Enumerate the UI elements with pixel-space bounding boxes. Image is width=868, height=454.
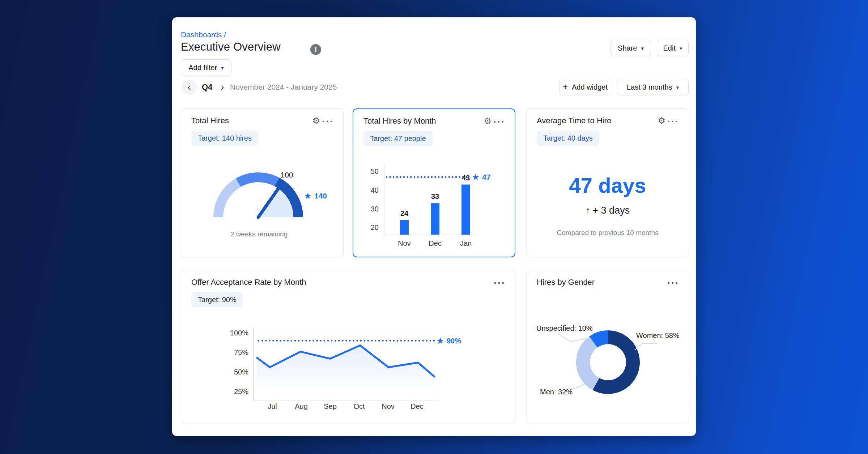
svg-text:★: ★ [304,191,312,201]
svg-text:47: 47 [482,173,490,181]
svg-text:Dec: Dec [429,239,442,247]
more-options-icon[interactable] [493,117,505,127]
target-chip: Target: 140 hires [191,130,258,146]
svg-text:30: 30 [371,205,379,213]
svg-text:24: 24 [400,209,409,217]
stat-footnote: Compared to previous 10 months [527,229,689,237]
target-chip: Target: 90% [191,292,243,307]
chevron-down-icon [641,46,644,51]
svg-text:100%: 100% [230,329,248,337]
target-chip: Target: 40 days [537,130,599,146]
svg-text:33: 33 [431,192,439,200]
stat-value: 47 days [527,173,689,197]
donut-area: Unspecified: 10% Women: 58% Men: 32% [527,318,689,420]
chevron-down-icon [680,46,682,51]
plus-icon [563,82,568,91]
gear-icon[interactable] [312,116,320,125]
svg-text:Nov: Nov [382,402,395,410]
more-options-icon[interactable] [667,117,679,127]
chevron-left-icon [187,81,191,93]
stat-delta-text: + 3 days [592,205,630,216]
previous-quarter-button[interactable] [182,80,197,95]
time-filter-button[interactable]: Last 3 months [617,79,689,95]
svg-text:Aug: Aug [295,402,308,410]
edit-label: Edit [663,44,676,52]
breadcrumb[interactable]: Dashboards / [181,30,226,39]
dashboard-panel: Dashboards / Executive Overview Share Ed… [172,17,696,436]
svg-text:Sep: Sep [324,402,337,410]
more-options-icon[interactable] [494,278,506,288]
gear-icon[interactable] [484,117,492,125]
more-options-icon[interactable] [667,278,679,288]
chevron-down-icon [676,85,679,90]
donut-label-men: Men: 32% [540,388,573,396]
info-icon[interactable] [310,44,321,55]
time-filter-label: Last 3 months [627,83,672,91]
widget-title: Total Hires by Month [363,116,436,126]
add-widget-button[interactable]: Add widget [559,79,611,95]
svg-text:★: ★ [436,336,444,346]
svg-text:Jan: Jan [460,239,472,247]
widget-total-hires[interactable]: Total Hires Target: 140 hires 100★140 2 … [181,108,344,257]
svg-text:Nov: Nov [398,239,411,247]
info-glyph [315,46,316,53]
quarter-label: Q4 [202,82,212,92]
svg-text:Dec: Dec [410,402,424,410]
gauge-footnote: 2 weeks remaining [181,230,337,238]
svg-text:20: 20 [371,223,379,231]
gear-icon[interactable] [658,116,665,125]
widget-title: Average Time to Hire [537,116,611,125]
more-options-icon[interactable] [322,117,334,127]
svg-text:40: 40 [371,186,379,194]
stat-delta: ↑+ 3 days [527,205,689,216]
share-button[interactable]: Share [610,40,651,56]
add-filter-label: Add filter [188,64,217,72]
bar-chart: 20304050★4724Nov33Dec43Jan [353,160,516,250]
add-widget-label: Add widget [572,83,608,91]
svg-text:★: ★ [472,172,480,182]
add-filter-button[interactable]: Add filter [181,59,231,76]
donut-label-women: Women: 58% [636,331,680,340]
widget-title: Offer Acceptance Rate by Month [191,278,306,287]
next-quarter-button[interactable] [215,80,230,95]
svg-text:Oct: Oct [353,402,365,410]
target-chip: Target: 47 people [363,131,433,146]
svg-text:50: 50 [371,167,379,175]
widget-hires-by-gender[interactable]: Hires by Gender Unspecified: 10% Women: … [526,270,689,423]
svg-text:140: 140 [314,192,327,200]
svg-text:50%: 50% [234,368,248,376]
donut-label-unspecified: Unspecified: 10% [536,324,593,333]
page-title: Executive Overview [181,40,281,53]
widget-title: Total Hires [191,116,229,125]
widget-title: Hires by Gender [537,278,595,287]
svg-text:100: 100 [280,171,293,179]
svg-text:Jul: Jul [268,402,277,410]
svg-text:75%: 75% [234,348,248,356]
up-arrow-icon: ↑ [586,205,591,216]
line-chart: 25%50%75%100%JulAugSepOctNovDec★90% [181,321,516,417]
svg-text:25%: 25% [234,387,248,395]
widget-avg-time-to-hire[interactable]: Average Time to Hire Target: 40 days 47 … [526,108,689,257]
widget-hires-by-month[interactable]: Total Hires by Month Target: 47 people 2… [353,108,515,257]
chevron-right-icon [221,81,224,93]
chevron-down-icon [221,65,224,70]
date-range-label: November 2024 - January 2025 [230,83,337,91]
share-label: Share [618,44,637,52]
svg-text:43: 43 [462,174,470,182]
edit-button[interactable]: Edit [657,40,689,56]
widget-offer-acceptance[interactable]: Offer Acceptance Rate by Month Target: 9… [181,270,515,423]
svg-text:90%: 90% [447,337,461,345]
